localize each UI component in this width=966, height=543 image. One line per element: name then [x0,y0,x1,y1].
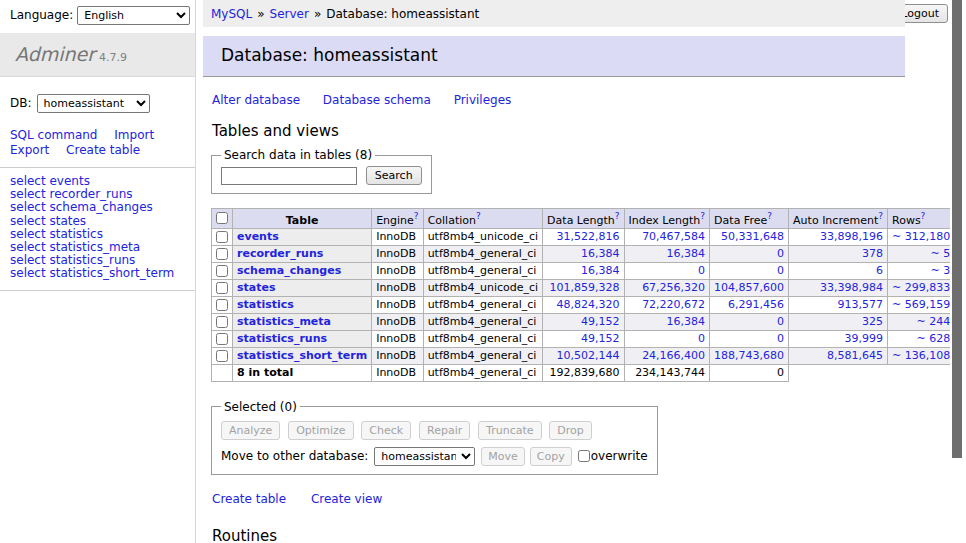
column-help-link[interactable]: ? [921,211,926,221]
database-action-link[interactable]: Privileges [454,93,512,107]
data-length-link[interactable]: 16,384 [581,247,620,260]
sidebar-select-table-link[interactable]: select schema_changes [10,201,185,214]
table-name-link[interactable]: states [237,281,276,294]
data-free-link[interactable]: 188,743,680 [714,349,784,362]
db-select[interactable]: homeassistant [37,94,150,113]
data-length-link[interactable]: 48,824,320 [557,298,620,311]
select-all-checkbox[interactable] [216,212,228,224]
row-checkbox[interactable] [216,333,228,345]
auto-increment-link[interactable]: 378 [862,247,883,260]
rows-count-link[interactable]: ~ 3 [930,264,950,277]
table-name-link[interactable]: statistics [237,298,294,311]
auto-increment-link[interactable]: 33,898,196 [820,230,883,243]
breadcrumb-mysql-link[interactable]: MySQL [211,7,252,21]
data-free-link[interactable]: 0 [777,264,784,277]
index-length-cell: 70,467,584 [624,228,710,245]
sidebar-action-link[interactable]: SQL command [10,128,97,142]
rows-count-link[interactable]: ~ 312,180 [892,230,950,243]
row-checkbox[interactable] [216,282,228,294]
auto-increment-link[interactable]: 39,999 [845,332,884,345]
data-length-link[interactable]: 16,384 [581,264,620,277]
index-length-link[interactable]: 70,467,584 [642,230,705,243]
data-free-link[interactable]: 0 [777,247,784,260]
auto-increment-link[interactable]: 325 [862,315,883,328]
search-input[interactable] [221,167,357,185]
data-length-link[interactable]: 10,502,144 [557,349,620,362]
database-action-link[interactable]: Database schema [323,93,431,107]
row-checkbox[interactable] [216,299,228,311]
row-checkbox[interactable] [216,231,228,243]
create-link[interactable]: Create view [311,492,382,506]
column-help-link[interactable]: ? [414,211,419,221]
rows-count-link[interactable]: ~ 299,833 [892,281,950,294]
column-help-link[interactable]: ? [878,211,883,221]
data-free-link[interactable]: 50,331,648 [721,230,784,243]
table-name-link[interactable]: statistics_short_term [237,349,367,362]
rows-count-link[interactable]: ~ 136,108 [892,349,950,362]
column-help-link[interactable]: ? [700,211,705,221]
table-name-link[interactable]: statistics_runs [237,332,327,345]
column-help-link[interactable]: ? [476,211,481,221]
data-free-link[interactable]: 0 [777,315,784,328]
breadcrumb: MySQL»Server»Database: homeassistant [203,0,905,27]
auto-increment-link[interactable]: 913,577 [838,298,884,311]
data-free-link[interactable]: 6,291,456 [728,298,784,311]
selected-action-button[interactable]: Repair [419,421,470,440]
copy-button[interactable]: Copy [530,447,572,466]
sidebar-select-table-link[interactable]: select states [10,215,185,228]
create-link[interactable]: Create table [212,492,286,506]
data-length-link[interactable]: 49,152 [581,332,620,345]
selected-action-button[interactable]: Analyze [221,421,280,440]
row-checkbox[interactable] [216,265,228,277]
rows-count-link[interactable]: ~ 5 [930,247,950,260]
index-length-link[interactable]: 0 [698,264,705,277]
table-name-link[interactable]: statistics_meta [237,315,331,328]
selected-action-button[interactable]: Check [361,421,411,440]
auto-increment-link[interactable]: 33,398,984 [820,281,883,294]
index-length-link[interactable]: 16,384 [667,315,706,328]
table-name-link[interactable]: events [237,230,279,243]
breadcrumb-server-link[interactable]: Server [270,7,309,21]
sidebar-action-link[interactable]: Export [10,143,49,157]
table-name-link[interactable]: schema_changes [237,264,341,277]
overwrite-checkbox[interactable] [578,450,590,462]
sidebar-action-link[interactable]: Create table [66,143,140,157]
index-length-cell: 72,220,672 [624,296,710,313]
selected-action-button[interactable]: Drop [549,421,591,440]
index-length-link[interactable]: 24,166,400 [642,349,705,362]
data-free-link[interactable]: 104,857,600 [714,281,784,294]
move-button[interactable]: Move [481,447,525,466]
data-length-link[interactable]: 31,522,816 [557,230,620,243]
scrollbar[interactable] [950,0,966,543]
sidebar-action-link[interactable]: Import [114,128,154,142]
auto-increment-link[interactable]: 8,581,645 [827,349,883,362]
app-name[interactable]: Adminer [15,43,95,65]
database-action-link[interactable]: Alter database [212,93,300,107]
search-button[interactable]: Search [366,166,422,185]
selected-action-button[interactable]: Optimize [288,421,353,440]
data-length-link[interactable]: 101,859,328 [550,281,620,294]
move-db-select[interactable]: homeassistant [374,447,475,466]
auto-increment-link[interactable]: 6 [876,264,883,277]
row-checkbox[interactable] [216,316,228,328]
scrollbar-thumb[interactable] [952,0,962,458]
table-name-link[interactable]: recorder_runs [237,247,323,260]
index-length-link[interactable]: 67,256,320 [642,281,705,294]
column-help-link[interactable]: ? [615,211,620,221]
row-checkbox[interactable] [216,350,228,362]
rows-count-link[interactable]: ~ 569,159 [892,298,950,311]
table-name-cell: statistics_meta [233,313,372,330]
index-length-link[interactable]: 0 [698,332,705,345]
index-length-link[interactable]: 16,384 [667,247,706,260]
rows-count-cell: ~ 628 [888,330,955,347]
rows-count-link[interactable]: ~ 244 [916,315,950,328]
rows-count-link[interactable]: ~ 628 [916,332,950,345]
column-help-link[interactable]: ? [767,211,772,221]
sidebar-select-table-link[interactable]: select statistics_short_term [10,267,185,280]
index-length-link[interactable]: 72,220,672 [642,298,705,311]
row-checkbox[interactable] [216,248,228,260]
data-free-link[interactable]: 0 [777,332,784,345]
language-select[interactable]: English [77,6,190,25]
data-length-link[interactable]: 49,152 [581,315,620,328]
selected-action-button[interactable]: Truncate [478,421,541,440]
